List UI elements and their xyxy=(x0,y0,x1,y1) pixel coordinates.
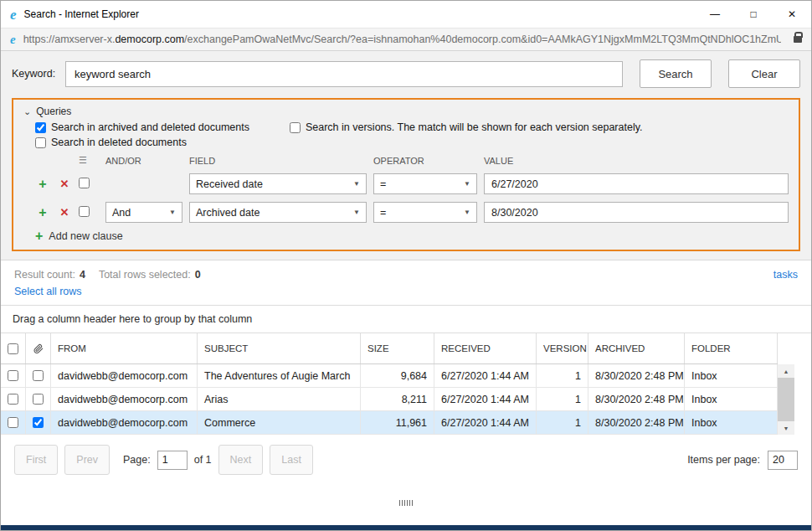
queries-panel: ⌄ Queries Search in archived and deleted… xyxy=(12,98,800,251)
field-dropdown[interactable]: Archived date ▼ xyxy=(189,202,367,223)
row-attach-checkbox[interactable] xyxy=(33,370,44,381)
column-header-subject[interactable]: SUBJECT xyxy=(198,333,361,363)
cell-size: 8,211 xyxy=(361,388,434,410)
keyword-row: Keyword: Search Clear xyxy=(12,59,800,88)
select-all-rows-link: Select all rows xyxy=(1,282,811,305)
cell-archived: 8/30/2020 2:48 PM xyxy=(588,388,685,410)
clause-grid: ☰ AND/OR FIELD OPERATOR VALUE + ✕ Receiv… xyxy=(23,155,789,223)
table-header: FROM SUBJECT SIZE RECEIVED VERSION ARCHI… xyxy=(1,333,778,364)
minimize-button[interactable]: — xyxy=(696,1,734,28)
url-prefix: https://amxserver-x. xyxy=(23,34,116,45)
table-row-selected[interactable]: davidwebb@democorp.com Commerce 11,961 6… xyxy=(1,411,778,435)
browser-window: e Search - Internet Explorer — □ ✕ e htt… xyxy=(0,0,812,531)
andor-dropdown[interactable]: And ▼ xyxy=(105,202,182,223)
column-header-archived[interactable]: ARCHIVED xyxy=(588,333,685,363)
query-options-row-2: Search in deleted documents xyxy=(23,137,789,148)
table-row[interactable]: davidwebb@democorp.com Arias 8,211 6/27/… xyxy=(1,388,778,411)
items-per-page-input[interactable] xyxy=(768,451,798,470)
clause-value-input[interactable] xyxy=(484,173,789,194)
select-all-rows-label[interactable]: Select all rows xyxy=(14,286,82,297)
column-header-size[interactable]: SIZE xyxy=(361,333,434,363)
column-header-field: FIELD xyxy=(189,156,367,166)
group-by-hint: Drag a column header here to group by th… xyxy=(13,313,252,325)
close-button[interactable]: ✕ xyxy=(773,1,811,28)
table-rows: davidwebb@democorp.com The Adventures of… xyxy=(1,364,778,435)
paperclip-icon xyxy=(33,343,44,354)
add-clause-icon[interactable]: + xyxy=(35,178,50,191)
result-info-row: Result count: 4 Total rows selected: 0 t… xyxy=(1,260,811,282)
scrollbar-thumb[interactable] xyxy=(778,378,794,421)
column-header-folder[interactable]: FOLDER xyxy=(685,333,778,363)
scroll-down-icon[interactable]: ▼ xyxy=(778,421,794,435)
select-all-checkbox[interactable] xyxy=(8,343,18,354)
cell-folder: Inbox xyxy=(685,411,778,434)
maximize-button[interactable]: □ xyxy=(734,1,773,28)
option-deleted-docs[interactable]: Search in deleted documents xyxy=(35,137,187,148)
keyword-input[interactable] xyxy=(65,61,623,87)
queries-header[interactable]: ⌄ Queries xyxy=(23,105,789,118)
search-button[interactable]: Search xyxy=(640,59,712,88)
clause-row-checkbox[interactable] xyxy=(79,206,90,217)
window-controls: — □ ✕ xyxy=(696,1,811,28)
first-page-button[interactable]: First xyxy=(14,445,58,475)
keyword-label: Keyword: xyxy=(12,68,65,80)
tasks-link[interactable]: tasks xyxy=(773,269,798,281)
row-attach-checkbox[interactable] xyxy=(33,394,44,405)
group-by-bar[interactable]: Drag a column header here to group by th… xyxy=(1,305,811,333)
vertical-scrollbar[interactable]: ▲ ▼ xyxy=(778,364,794,435)
resize-grip[interactable] xyxy=(1,500,811,506)
title-bar: e Search - Internet Explorer — □ ✕ xyxy=(1,1,811,28)
option-label: Search in versions. The match will be sh… xyxy=(306,121,643,133)
cell-received: 6/27/2020 1:44 AM xyxy=(434,364,537,387)
column-header-from[interactable]: FROM xyxy=(51,333,198,363)
delete-clause-icon[interactable]: ✕ xyxy=(57,207,72,218)
column-header-value: VALUE xyxy=(484,156,789,166)
lock-icon xyxy=(794,36,802,43)
row-select-checkbox[interactable] xyxy=(8,417,18,428)
add-clause-icon[interactable]: + xyxy=(35,206,50,219)
operator-dropdown[interactable]: = ▼ xyxy=(373,173,477,194)
results-panel: Result count: 4 Total rows selected: 0 t… xyxy=(1,260,811,485)
search-toolbar: Keyword: Search Clear ⌄ Queries Search i… xyxy=(1,51,811,260)
option-versions[interactable]: Search in versions. The match will be sh… xyxy=(290,121,643,133)
plus-icon: + xyxy=(35,229,43,243)
clause-value-input[interactable] xyxy=(484,202,789,223)
cell-from: davidwebb@democorp.com xyxy=(51,364,198,387)
url-text[interactable]: https://amxserver-x.democorp.com/exchang… xyxy=(23,34,781,45)
clear-button[interactable]: Clear xyxy=(728,59,800,88)
clause-row-checkbox[interactable] xyxy=(79,178,90,188)
page-number-input[interactable] xyxy=(157,451,188,470)
column-header-operator: OPERATOR xyxy=(373,156,477,166)
deleted-docs-checkbox[interactable] xyxy=(35,137,46,148)
scroll-up-icon[interactable]: ▲ xyxy=(778,364,794,378)
add-new-clause-label: Add new clause xyxy=(49,230,122,242)
row-select-checkbox[interactable] xyxy=(8,394,18,405)
items-per-page-group: Items per page: xyxy=(687,451,798,470)
table-body: davidwebb@democorp.com The Adventures of… xyxy=(1,364,811,435)
page-icon: e xyxy=(10,34,16,46)
window-title: Search - Internet Explorer xyxy=(24,8,139,20)
field-dropdown[interactable]: Received date ▼ xyxy=(189,173,367,194)
table-row[interactable]: davidwebb@democorp.com The Adventures of… xyxy=(1,364,778,388)
cell-received: 6/27/2020 1:44 AM xyxy=(434,411,537,434)
operator-dropdown[interactable]: = ▼ xyxy=(373,202,477,223)
cell-size: 11,961 xyxy=(361,411,434,434)
row-select-checkbox[interactable] xyxy=(8,370,18,381)
archived-deleted-checkbox[interactable] xyxy=(35,122,46,133)
rows-selected-value: 0 xyxy=(195,269,201,281)
next-page-button[interactable]: Next xyxy=(218,445,264,475)
andor-value: And xyxy=(112,207,131,219)
last-page-button[interactable]: Last xyxy=(270,445,313,475)
column-header-received[interactable]: RECEIVED xyxy=(434,333,537,363)
row-attach-checkbox[interactable] xyxy=(33,417,44,428)
clause-menu-icon[interactable]: ☰ xyxy=(79,155,99,166)
versions-checkbox[interactable] xyxy=(290,122,301,133)
cell-size: 9,684 xyxy=(361,364,434,387)
prev-page-button[interactable]: Prev xyxy=(64,445,110,475)
attachment-column-header[interactable] xyxy=(26,333,51,363)
column-header-version[interactable]: VERSION xyxy=(537,333,588,363)
option-archived-deleted[interactable]: Search in archived and deleted documents xyxy=(35,121,249,133)
delete-clause-icon[interactable]: ✕ xyxy=(57,178,72,189)
add-new-clause-link[interactable]: + Add new clause xyxy=(23,229,789,243)
cell-subject: Arias xyxy=(198,388,361,410)
